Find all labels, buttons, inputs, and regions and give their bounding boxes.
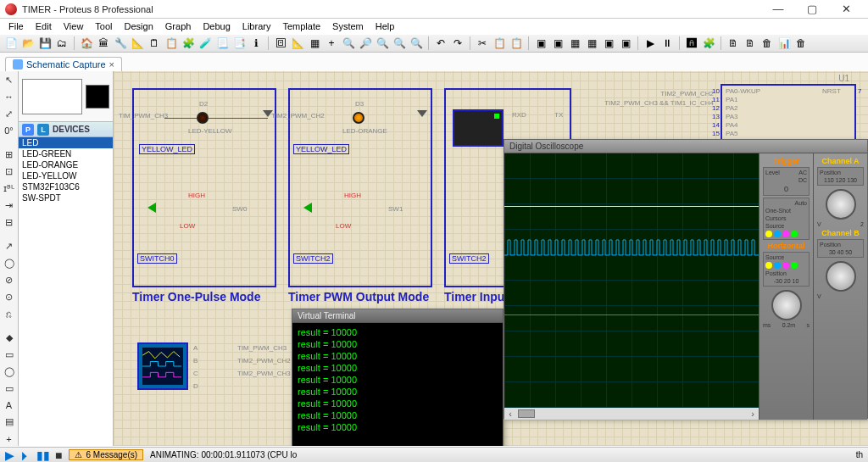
toolbar-button-13[interactable]: 📃: [214, 36, 230, 51]
left-tool-7[interactable]: ɪᴮᴸ: [2, 181, 17, 196]
play-button[interactable]: ▶: [5, 448, 14, 462]
schematic-canvas[interactable]: Timer One-Pulse Mode YELLOW_LED TIM_PWM_…: [114, 71, 868, 446]
toolbar-button-23[interactable]: 🔍: [375, 36, 390, 51]
left-tool-12[interactable]: ◯: [2, 256, 17, 270]
menu-help[interactable]: Help: [370, 20, 400, 32]
toolbar-button-2[interactable]: 💾: [37, 36, 53, 51]
toolbar-button-37[interactable]: ▦: [584, 36, 599, 51]
toolbar-button-36[interactable]: ▦: [567, 36, 582, 51]
menu-template[interactable]: Template: [277, 20, 326, 32]
device-list[interactable]: LEDLED-GREENLED-ORANGELED-YELLOWSTM32F10…: [19, 137, 113, 446]
toolbar-button-10[interactable]: 📋: [164, 36, 179, 51]
toolbar-button-27[interactable]: ↶: [433, 36, 448, 51]
toolbar-button-32[interactable]: 📋: [509, 36, 524, 51]
chA-knob[interactable]: [826, 189, 856, 220]
toolbar-button-39[interactable]: ▣: [618, 36, 633, 51]
maximize-button[interactable]: ▢: [795, 0, 829, 19]
toolbar-button-11[interactable]: 🧩: [181, 36, 196, 51]
left-tool-0[interactable]: ↖: [2, 73, 17, 87]
stop-button[interactable]: ■: [55, 448, 62, 462]
library-button[interactable]: L: [37, 124, 49, 136]
tab-schematic-capture[interactable]: Schematic Capture ×: [5, 57, 122, 71]
toolbar-button-34[interactable]: ▣: [533, 36, 548, 51]
menu-view[interactable]: View: [58, 20, 89, 32]
toolbar-button-50[interactable]: 📊: [776, 36, 792, 51]
messages-button[interactable]: ⚠ 6 Message(s): [69, 449, 143, 460]
toolbar-button-24[interactable]: 🔍: [392, 36, 407, 51]
toolbar-button-15[interactable]: ℹ: [248, 36, 264, 51]
left-tool-22[interactable]: ▤: [2, 415, 17, 429]
menu-library[interactable]: Library: [237, 20, 276, 32]
scroll-thumb[interactable]: [518, 409, 535, 418]
horiz-source-dots[interactable]: [765, 262, 807, 269]
toolbar-button-6[interactable]: 🏛: [96, 36, 111, 51]
scroll-right-icon[interactable]: ›: [747, 409, 759, 419]
menu-design[interactable]: Design: [120, 20, 159, 32]
toolbar-button-20[interactable]: +: [324, 36, 339, 51]
toolbar-button-30[interactable]: ✂: [475, 36, 490, 51]
minimize-button[interactable]: —: [761, 0, 795, 19]
left-tool-21[interactable]: A: [2, 398, 17, 412]
toolbar-button-51[interactable]: 🗑: [793, 36, 809, 51]
virtual-terminal-window[interactable]: Virtual Terminal result = 10000result = …: [292, 309, 504, 446]
device-item[interactable]: LED-GREEN: [19, 148, 113, 159]
toolbar-button-0[interactable]: 📄: [3, 36, 19, 51]
virtual-terminal-title[interactable]: Virtual Terminal: [292, 309, 503, 323]
scroll-left-icon[interactable]: ‹: [504, 409, 516, 419]
left-tool-1[interactable]: ↔: [2, 90, 17, 104]
toolbar-button-1[interactable]: 📂: [20, 36, 36, 51]
pick-button[interactable]: P: [22, 124, 34, 136]
left-tool-23[interactable]: +: [2, 431, 17, 446]
toolbar-button-9[interactable]: 🗒: [147, 36, 162, 51]
left-tool-5[interactable]: ⊞: [2, 148, 17, 162]
menu-debug[interactable]: Debug: [198, 20, 235, 32]
toolbar-button-28[interactable]: ↷: [450, 36, 465, 51]
device-item[interactable]: LED-ORANGE: [19, 159, 113, 170]
toolbar-button-45[interactable]: 🧩: [701, 36, 716, 51]
left-tool-14[interactable]: ⊙: [2, 290, 17, 304]
pause-button[interactable]: ▮▮: [36, 448, 50, 462]
trigger-cursors[interactable]: Cursors: [765, 215, 787, 221]
toolbar-button-5[interactable]: 🏠: [79, 36, 94, 51]
toolbar-button-19[interactable]: ▦: [307, 36, 322, 51]
menu-graph[interactable]: Graph: [160, 20, 197, 32]
toolbar-button-12[interactable]: 🧪: [198, 36, 213, 51]
trigger-dc[interactable]: DC: [798, 177, 807, 183]
toolbar-button-22[interactable]: 🔎: [358, 36, 373, 51]
trigger-source-dots[interactable]: [765, 231, 807, 237]
toolbar-button-41[interactable]: ▶: [643, 36, 658, 51]
left-tool-20[interactable]: ▭: [2, 381, 17, 396]
toolbar-button-44[interactable]: 🅰: [684, 36, 699, 51]
device-item[interactable]: STM32F103C6: [19, 181, 113, 192]
oscilloscope-title[interactable]: Digital Oscilloscope: [504, 140, 867, 153]
toolbar-button-8[interactable]: 📐: [130, 36, 145, 51]
left-tool-17[interactable]: ◆: [2, 331, 17, 345]
menu-edit[interactable]: Edit: [31, 20, 57, 32]
menu-tool[interactable]: Tool: [90, 20, 117, 32]
toolbar-button-49[interactable]: 🗑: [760, 36, 775, 51]
tab-close-button[interactable]: ×: [109, 59, 114, 70]
close-button[interactable]: ✕: [829, 0, 863, 19]
menu-file[interactable]: File: [3, 20, 29, 32]
toolbar-button-38[interactable]: ▣: [601, 36, 616, 51]
device-item[interactable]: LED-YELLOW: [19, 170, 113, 181]
toolbar-button-7[interactable]: 🔧: [113, 36, 128, 51]
left-tool-15[interactable]: ⎌: [2, 307, 17, 321]
chB-knob[interactable]: [826, 261, 856, 292]
step-button[interactable]: ⏵: [19, 448, 31, 462]
toolbar-button-42[interactable]: ⏸: [659, 36, 675, 51]
device-item[interactable]: SW-SPDT: [19, 192, 113, 203]
oscilloscope-window[interactable]: Digital Oscilloscope ‹ ›: [504, 139, 868, 419]
left-tool-13[interactable]: ⊘: [2, 273, 17, 287]
toolbar-button-35[interactable]: ▣: [550, 36, 565, 51]
toolbar-button-25[interactable]: 🔍: [409, 36, 424, 51]
trigger-oneshot[interactable]: One-Shot: [765, 208, 791, 214]
left-tool-19[interactable]: ◯: [2, 365, 17, 379]
toolbar-button-47[interactable]: 🗎: [726, 36, 741, 51]
horiz-knob[interactable]: [771, 290, 802, 320]
toolbar-button-21[interactable]: 🔍: [341, 36, 356, 51]
toolbar-button-48[interactable]: 🗎: [743, 36, 758, 51]
left-tool-2[interactable]: ⤢: [2, 107, 17, 121]
left-tool-8[interactable]: ⇥: [2, 198, 17, 213]
trigger-ac[interactable]: AC: [798, 170, 807, 175]
